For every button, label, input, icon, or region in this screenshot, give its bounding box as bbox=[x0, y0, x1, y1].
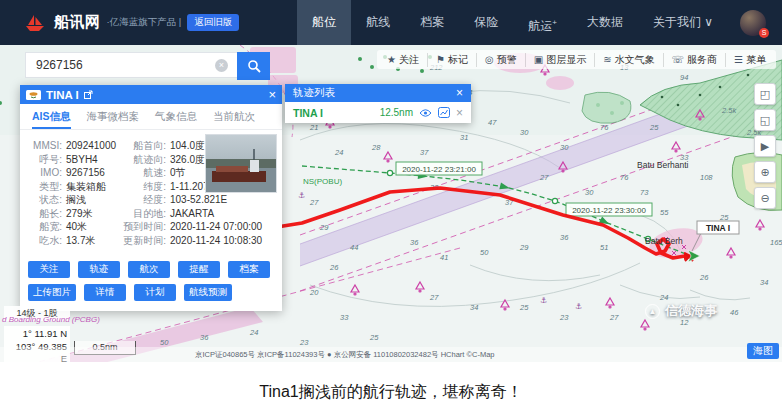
close-icon[interactable]: × bbox=[456, 86, 463, 100]
field-value: 209241000 bbox=[66, 139, 116, 153]
field-label: IMO: bbox=[20, 166, 62, 180]
toolbar-item-label: 关注 bbox=[399, 53, 419, 67]
toolbar-item-预警[interactable]: ◎预警 bbox=[476, 53, 525, 67]
zoom-in-icon[interactable]: ⊕ bbox=[754, 161, 776, 183]
brand[interactable]: 船讯网 ·亿海蓝旗下产品 | 返回旧版 bbox=[8, 13, 239, 33]
field-row: MMSI:209241000 bbox=[20, 139, 120, 153]
tab-当前航次[interactable]: 当前航次 bbox=[213, 104, 255, 129]
flag-icon: ⚑ bbox=[436, 54, 445, 65]
tab-海事微档案[interactable]: 海事微档案 bbox=[87, 104, 140, 129]
field-row: 预到时间:2020-11-24 07:00:00 bbox=[120, 220, 278, 234]
svg-text:36: 36 bbox=[200, 333, 209, 342]
latitude-readout: 1° 11.91 N bbox=[7, 328, 67, 341]
svg-text:44: 44 bbox=[350, 243, 358, 252]
button-航次[interactable]: 航次 bbox=[128, 261, 170, 278]
visibility-eye-icon[interactable] bbox=[419, 108, 432, 118]
waves-icon: ≋ bbox=[603, 54, 611, 65]
page: 船讯网 ·亿海蓝旗下产品 | 返回旧版 船位航线档案保险航运+大数据关于我们 ∨… bbox=[0, 0, 782, 420]
svg-text:30: 30 bbox=[585, 188, 594, 197]
main-nav: 船位航线档案保险航运+大数据关于我们 ∨ bbox=[297, 0, 728, 45]
nav-item-关于我们[interactable]: 关于我们 ∨ bbox=[638, 0, 728, 45]
map-toolbar: ★关注⚑标记◎预警▣图层显示≋水文气象☏服务商☰菜单 bbox=[377, 50, 776, 69]
field-row: 经度:103-52.821E bbox=[120, 193, 278, 207]
fullscreen-icon[interactable]: ◰ bbox=[754, 83, 776, 105]
svg-text:26: 26 bbox=[329, 263, 339, 272]
field-row: 状态:搁浅 bbox=[20, 193, 120, 207]
boarding-ground-label: d Boarding Ground (PCBG) bbox=[2, 315, 100, 324]
action-buttons-row2: 上传图片详情计划航线预测 bbox=[28, 284, 232, 301]
svg-text:108: 108 bbox=[700, 173, 713, 182]
svg-text:28: 28 bbox=[371, 143, 381, 152]
tab-AIS信息[interactable]: AIS信息 bbox=[32, 104, 71, 129]
svg-text:26: 26 bbox=[699, 273, 709, 282]
avatar[interactable]: S bbox=[740, 10, 766, 36]
search-input[interactable] bbox=[25, 52, 237, 78]
tab-气象信息[interactable]: 气象信息 bbox=[155, 104, 197, 129]
button-详情[interactable]: 详情 bbox=[84, 284, 126, 301]
brand-suffix: ·亿海蓝旗下产品 | bbox=[107, 16, 182, 29]
nav-item-档案[interactable]: 档案 bbox=[405, 0, 459, 45]
nav-item-航运[interactable]: 航运+ bbox=[513, 0, 572, 45]
field-label: 类型: bbox=[20, 180, 62, 194]
top-navbar: 船讯网 ·亿海蓝旗下产品 | 返回旧版 船位航线档案保险航运+大数据关于我们 ∨… bbox=[0, 0, 782, 45]
image-caption: Tina1搁浅前的航行轨迹，堪称离奇！ bbox=[0, 362, 782, 420]
nav-item-船位[interactable]: 船位 bbox=[297, 0, 351, 45]
svg-text:27: 27 bbox=[309, 198, 319, 207]
exit-fullscreen-icon[interactable]: ◱ bbox=[754, 109, 776, 131]
ais-fields-left: MMSI:209241000呼号:5BYH4IMO:9267156类型:集装箱船… bbox=[20, 139, 120, 247]
toolbar-item-关注[interactable]: ★关注 bbox=[379, 53, 427, 67]
cyprus-flag-icon bbox=[26, 90, 41, 100]
svg-text:37: 37 bbox=[420, 148, 429, 157]
button-航线预测[interactable]: 航线预测 bbox=[184, 284, 232, 301]
field-row: 船长:279米 bbox=[20, 207, 120, 221]
toolbar-item-服务商[interactable]: ☏服务商 bbox=[663, 53, 726, 67]
svg-text:34: 34 bbox=[760, 278, 768, 287]
field-label: 船长: bbox=[20, 207, 62, 221]
svg-text:⚓: ⚓ bbox=[298, 191, 305, 200]
close-icon[interactable]: × bbox=[268, 85, 276, 104]
ship-photo[interactable] bbox=[206, 135, 276, 192]
ship-panel-header: TINA I × bbox=[20, 85, 282, 104]
nav-item-保险[interactable]: 保险 bbox=[459, 0, 513, 45]
svg-text:⚓: ⚓ bbox=[575, 302, 582, 311]
search-button[interactable] bbox=[237, 52, 270, 80]
svg-text:Batu Berhanti: Batu Berhanti bbox=[637, 160, 689, 170]
button-计划[interactable]: 计划 bbox=[134, 284, 176, 301]
open-in-new-icon[interactable] bbox=[84, 90, 93, 99]
field-row: 吃水:13.7米 bbox=[20, 234, 120, 248]
pan-icon[interactable]: ▶ bbox=[754, 135, 776, 157]
svg-text:30: 30 bbox=[560, 143, 569, 152]
button-关注[interactable]: 关注 bbox=[28, 261, 70, 278]
field-label: 航迹向: bbox=[120, 153, 166, 167]
nav-item-航线[interactable]: 航线 bbox=[351, 0, 405, 45]
field-value: 103-52.821E bbox=[170, 193, 227, 207]
avatar-badge: S bbox=[759, 28, 769, 38]
button-上传图片[interactable]: 上传图片 bbox=[28, 284, 76, 301]
clear-search-icon[interactable]: × bbox=[215, 59, 228, 72]
svg-text:25: 25 bbox=[369, 333, 379, 342]
svg-text:50: 50 bbox=[160, 338, 169, 347]
toolbar-item-图层显示[interactable]: ▣图层显示 bbox=[525, 53, 594, 67]
button-提醒[interactable]: 提醒 bbox=[178, 261, 220, 278]
chart-mode-button[interactable]: 海图 bbox=[747, 343, 779, 359]
remove-track-icon[interactable]: × bbox=[456, 106, 463, 120]
toolbar-item-标记[interactable]: ⚑标记 bbox=[427, 53, 476, 67]
button-轨迹[interactable]: 轨迹 bbox=[78, 261, 120, 278]
track-list-title: 轨迹列表 bbox=[293, 86, 335, 100]
svg-text:21: 21 bbox=[309, 123, 318, 132]
toolbar-item-label: 菜单 bbox=[746, 53, 766, 67]
svg-text:73: 73 bbox=[640, 188, 649, 197]
button-档案[interactable]: 档案 bbox=[228, 261, 270, 278]
toolbar-item-菜单[interactable]: ☰菜单 bbox=[725, 53, 774, 67]
ship-name-title: TINA I bbox=[46, 89, 79, 101]
field-value: 326.0度 bbox=[170, 153, 205, 167]
speed-chart-icon[interactable] bbox=[438, 107, 450, 118]
timestamp-label: 2020-11-22 23:30:00 bbox=[566, 203, 652, 216]
track-list-row[interactable]: TINA I 12.5nm × bbox=[285, 102, 471, 123]
back-to-old-version-button[interactable]: 返回旧版 bbox=[187, 14, 239, 31]
svg-text:46: 46 bbox=[730, 308, 739, 317]
zoom-out-icon[interactable]: ⊖ bbox=[754, 187, 776, 209]
nav-item-大数据[interactable]: 大数据 bbox=[572, 0, 638, 45]
toolbar-item-水文气象[interactable]: ≋水文气象 bbox=[594, 53, 662, 67]
ship-panel-tabs: AIS信息海事微档案气象信息当前航次 bbox=[20, 104, 282, 130]
